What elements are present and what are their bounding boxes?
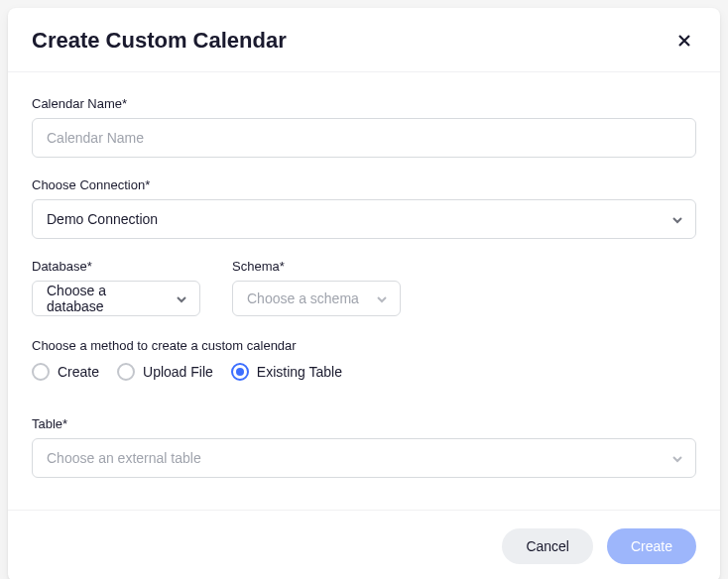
radio-upload-file-label: Upload File (143, 364, 213, 380)
schema-label: Schema* (232, 259, 401, 274)
table-field: Table* Choose an external table (32, 416, 696, 478)
radio-icon (32, 363, 50, 381)
method-radio-group: Create Upload File Existing Table (32, 363, 696, 381)
chevron-down-icon (176, 292, 187, 304)
chevron-down-icon (671, 213, 683, 225)
chevron-down-icon (376, 292, 388, 304)
cancel-button[interactable]: Cancel (502, 528, 593, 564)
connection-select[interactable]: Demo Connection (32, 199, 696, 239)
calendar-name-field: Calendar Name* (32, 96, 696, 158)
radio-create[interactable]: Create (32, 363, 99, 381)
modal-title: Create Custom Calendar (32, 28, 287, 54)
calendar-name-input[interactable] (32, 118, 696, 158)
radio-existing-table[interactable]: Existing Table (231, 363, 342, 381)
modal-body: Calendar Name* Choose Connection* Demo C… (8, 72, 720, 510)
close-button[interactable] (672, 29, 696, 53)
connection-value: Demo Connection (47, 211, 158, 227)
chevron-down-icon (671, 452, 683, 464)
method-label: Choose a method to create a custom calen… (32, 338, 696, 353)
radio-create-label: Create (58, 364, 99, 380)
close-icon (676, 33, 692, 49)
db-schema-row: Database* Choose a database Schema* Choo… (32, 259, 696, 316)
create-button[interactable]: Create (607, 528, 696, 564)
database-select[interactable]: Choose a database (32, 281, 200, 316)
radio-existing-table-label: Existing Table (257, 364, 342, 380)
database-field: Database* Choose a database (32, 259, 200, 316)
modal-footer: Cancel Create (8, 510, 720, 579)
database-value: Choose a database (47, 283, 162, 314)
radio-icon-checked (231, 363, 249, 381)
database-label: Database* (32, 259, 200, 274)
modal-header: Create Custom Calendar (8, 8, 720, 72)
table-label: Table* (32, 416, 696, 431)
table-placeholder: Choose an external table (47, 450, 201, 466)
method-section: Choose a method to create a custom calen… (32, 338, 696, 381)
create-custom-calendar-modal: Create Custom Calendar Calendar Name* Ch… (8, 8, 720, 579)
schema-select[interactable]: Choose a schema (232, 281, 401, 316)
schema-field: Schema* Choose a schema (232, 259, 401, 316)
connection-label: Choose Connection* (32, 177, 696, 192)
radio-icon (117, 363, 135, 381)
connection-field: Choose Connection* Demo Connection (32, 177, 696, 239)
schema-placeholder: Choose a schema (247, 290, 359, 306)
calendar-name-label: Calendar Name* (32, 96, 696, 111)
radio-upload-file[interactable]: Upload File (117, 363, 213, 381)
table-select[interactable]: Choose an external table (32, 438, 696, 478)
